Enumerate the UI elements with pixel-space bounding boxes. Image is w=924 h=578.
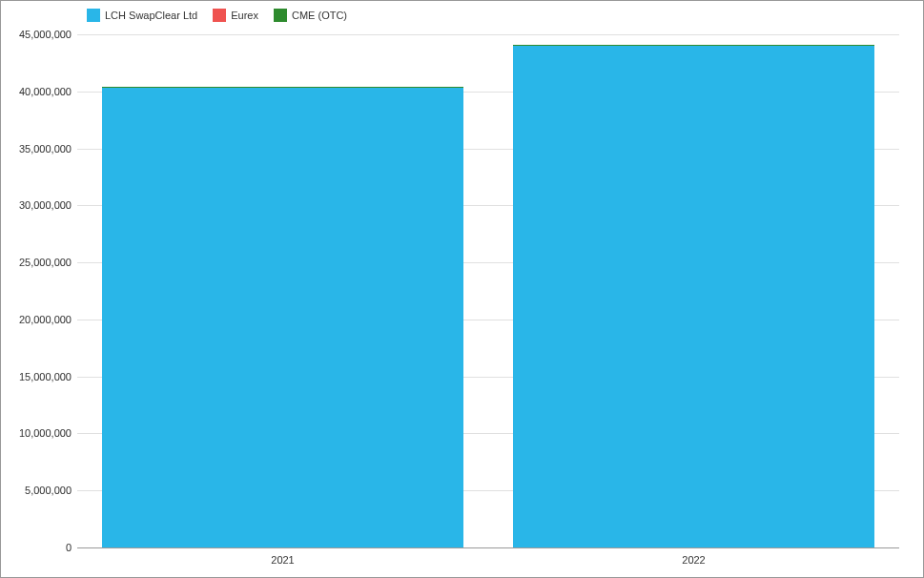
x-tick-label: 2021 xyxy=(271,554,294,566)
y-tick-label: 25,000,000 xyxy=(19,257,72,268)
gridline: 45,000,000 xyxy=(77,34,899,35)
bar-seg-lch xyxy=(102,88,463,548)
legend-swatch-icon xyxy=(213,9,226,22)
legend-label: CME (OTC) xyxy=(292,10,347,21)
y-tick-label: 30,000,000 xyxy=(19,199,72,211)
bar-seg-eurex xyxy=(102,87,463,88)
x-tick-label: 2022 xyxy=(682,554,705,566)
bar-2022[interactable] xyxy=(513,40,874,548)
bar-2021[interactable] xyxy=(102,62,463,549)
legend-swatch-icon xyxy=(274,9,287,22)
y-tick-label: 5,000,000 xyxy=(25,485,72,496)
y-tick-label: 35,000,000 xyxy=(19,143,72,155)
y-tick-label: 40,000,000 xyxy=(19,86,72,97)
y-tick-label: 10,000,000 xyxy=(19,427,72,439)
legend-label: LCH SwapClear Ltd xyxy=(105,10,197,21)
y-tick-label: 45,000,000 xyxy=(19,29,72,40)
legend-item-eurex[interactable]: Eurex xyxy=(213,9,258,22)
stacked-bar-chart: LCH SwapClear Ltd Eurex CME (OTC) 0 5,00… xyxy=(1,1,923,577)
legend-item-lch[interactable]: LCH SwapClear Ltd xyxy=(87,9,197,22)
y-tick-label: 20,000,000 xyxy=(19,314,72,325)
x-axis xyxy=(77,547,899,548)
y-tick-label: 15,000,000 xyxy=(19,371,72,382)
legend-label: Eurex xyxy=(231,10,258,21)
legend: LCH SwapClear Ltd Eurex CME (OTC) xyxy=(87,9,347,22)
plot-area: 0 5,000,000 10,000,000 15,000,000 20,000… xyxy=(77,35,899,548)
legend-item-cme[interactable]: CME (OTC) xyxy=(274,9,347,22)
legend-swatch-icon xyxy=(87,9,100,22)
y-tick-label: 0 xyxy=(66,542,72,553)
bar-seg-eurex xyxy=(513,45,874,46)
bar-seg-lch xyxy=(513,46,874,548)
